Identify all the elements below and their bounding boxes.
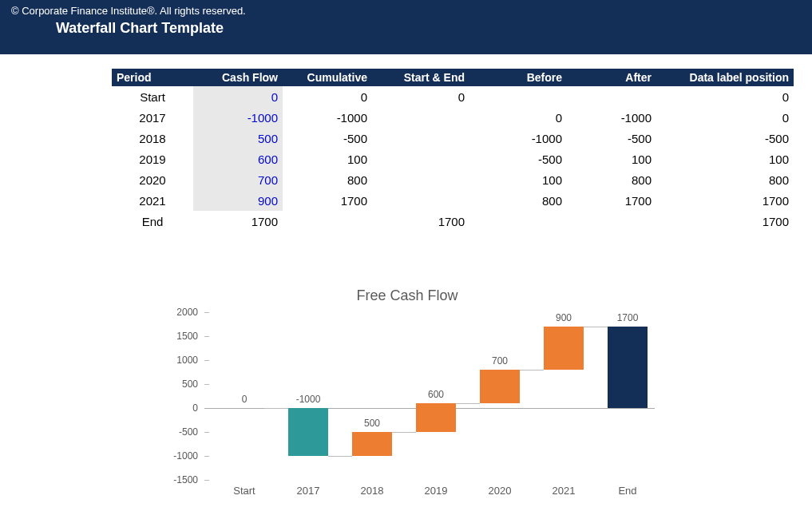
cell: [469, 86, 567, 107]
data-label: 900: [536, 312, 592, 323]
cell: [469, 211, 567, 232]
cell: 800: [283, 169, 372, 190]
cell: [372, 107, 469, 128]
table-row: 2018500-500-1000-500-500: [112, 128, 794, 149]
cell: [567, 86, 656, 107]
cell: 600: [193, 149, 283, 169]
chart-plot-area: -1500-1000-50005001000150020000Start-100…: [204, 312, 655, 504]
y-tick-label: -1000: [160, 450, 198, 462]
data-label: 500: [344, 418, 400, 429]
x-tick-label: 2021: [536, 485, 592, 497]
y-tick-label: -500: [160, 426, 198, 438]
data-label: 600: [408, 389, 464, 400]
col-pos: Data label position: [656, 69, 794, 86]
cell: 1700: [193, 211, 283, 232]
cell: 100: [567, 149, 656, 169]
cell: -500: [469, 149, 567, 169]
cell: [567, 211, 656, 232]
y-tick-label: 1000: [160, 355, 198, 366]
cell: 2019: [112, 149, 193, 169]
x-tick-label: Start: [216, 485, 272, 497]
x-tick-label: 2020: [472, 485, 528, 497]
cell: [372, 128, 469, 149]
cell: 700: [193, 169, 283, 190]
cell: 1700: [656, 211, 794, 232]
data-label: -1000: [280, 394, 336, 405]
bar-column: -1000: [288, 312, 328, 480]
cell: -1000: [567, 107, 656, 128]
col-cum: Cumulative: [283, 69, 372, 86]
y-tick-label: -1500: [160, 474, 198, 485]
cell: 2020: [112, 169, 193, 190]
x-tick-label: 2017: [280, 485, 336, 497]
col-cash: Cash Flow: [193, 69, 283, 86]
cell: 0: [283, 86, 372, 107]
cell: 0: [193, 86, 283, 107]
col-after: After: [567, 69, 656, 86]
x-tick-label: End: [600, 485, 656, 497]
x-tick-label: 2019: [408, 485, 464, 497]
cell: -1000: [469, 128, 567, 149]
y-tick-label: 2000: [160, 307, 198, 318]
cell: -1000: [283, 107, 372, 128]
cell: [283, 211, 372, 232]
cell: 0: [372, 86, 469, 107]
cell: 2021: [112, 190, 193, 211]
copyright-text: © Corporate Finance Institute®. All righ…: [11, 5, 801, 17]
cell: -1000: [193, 107, 283, 128]
y-tick-label: 0: [160, 402, 198, 414]
page-title: Waterfall Chart Template: [56, 20, 801, 37]
data-label: 0: [216, 394, 272, 405]
cell: 800: [656, 169, 794, 190]
bar-column: 0: [224, 312, 264, 480]
cell: End: [112, 211, 193, 232]
cell: 500: [193, 128, 283, 149]
table-row: 2017-1000-10000-10000: [112, 107, 794, 128]
table-row: 2019600100-500100100: [112, 149, 794, 169]
cell: [372, 190, 469, 211]
bar-column: 500: [352, 312, 392, 480]
cell: 100: [469, 169, 567, 190]
col-se: Start & End: [372, 69, 469, 86]
y-tick-label: 500: [160, 378, 198, 390]
cell: 1700: [372, 211, 469, 232]
cell: 0: [656, 86, 794, 107]
cell: 800: [469, 190, 567, 211]
col-period: Period: [112, 69, 193, 86]
cell: 0: [469, 107, 567, 128]
cell: Start: [112, 86, 193, 107]
table-row: Start0000: [112, 86, 794, 107]
cell: 900: [193, 190, 283, 211]
cell: 1700: [567, 190, 656, 211]
cell: 0: [656, 107, 794, 128]
cell: 2018: [112, 128, 193, 149]
table-row: 2021900170080017001700: [112, 190, 794, 211]
cell: [372, 169, 469, 190]
cell: [372, 149, 469, 169]
cell: 800: [567, 169, 656, 190]
cell: -500: [567, 128, 656, 149]
data-label: 1700: [600, 312, 656, 323]
bar-column: 600: [416, 312, 456, 480]
data-table-wrap: Period Cash Flow Cumulative Start & End …: [112, 69, 727, 232]
cell: 2017: [112, 107, 193, 128]
x-tick-label: 2018: [344, 485, 400, 497]
bar-column: 700: [480, 312, 520, 480]
data-table: Period Cash Flow Cumulative Start & End …: [112, 69, 794, 232]
bar-column: 900: [544, 312, 584, 480]
cell: 100: [283, 149, 372, 169]
table-row: 2020700800100800800: [112, 169, 794, 190]
cell: -500: [656, 128, 794, 149]
table-header-row: Period Cash Flow Cumulative Start & End …: [112, 69, 794, 86]
cell: 100: [656, 149, 794, 169]
cell: -500: [283, 128, 372, 149]
chart-title: Free Cash Flow: [160, 287, 655, 304]
chart: Free Cash Flow -1500-1000-50005001000150…: [160, 287, 655, 504]
y-tick-label: 1500: [160, 331, 198, 342]
col-before: Before: [469, 69, 567, 86]
bar-column: 1700: [608, 312, 648, 480]
data-label: 700: [472, 355, 528, 367]
table-row: End170017001700: [112, 211, 794, 232]
cell: 1700: [283, 190, 372, 211]
banner: © Corporate Finance Institute®. All righ…: [0, 0, 812, 54]
